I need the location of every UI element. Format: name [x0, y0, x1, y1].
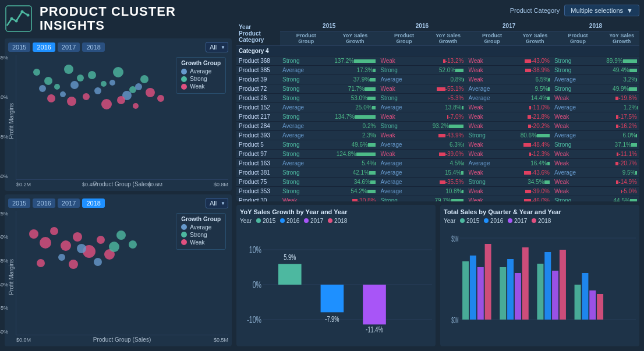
svg-rect-72: [552, 271, 558, 320]
svg-rect-68: [515, 273, 521, 320]
col-2015: 2015: [280, 21, 378, 31]
svg-rect-73: [560, 250, 566, 320]
svg-point-15: [39, 85, 46, 92]
svg-point-32: [50, 227, 58, 235]
svg-point-33: [61, 240, 71, 251]
top-scatter-chart: 2015 2016 2017 2018 All Profit Margins 5…: [5, 38, 232, 190]
year-btn-2018-top[interactable]: 2018: [82, 42, 104, 52]
year-btn-2017-bot[interactable]: 2017: [58, 198, 80, 208]
svg-point-38: [116, 231, 126, 240]
svg-rect-66: [500, 267, 506, 320]
year-btn-2017-top[interactable]: 2017: [58, 42, 80, 52]
table-row: Product 72 Strong 71.7% Weak -55.1% Aver…: [236, 84, 639, 94]
bottom-chart-inner: 50% 45% 40% 35% 30% 25% $0.0M $0.5M: [16, 211, 228, 335]
svg-point-7: [54, 84, 60, 90]
col-2018: 2018: [552, 21, 639, 31]
svg-point-43: [109, 242, 119, 252]
svg-text:-10%: -10%: [247, 315, 261, 325]
table-row: Product 353 Strong 54.2% Average 10.8% W…: [236, 187, 639, 196]
svg-text:-11.4%: -11.4%: [366, 325, 383, 335]
svg-point-12: [113, 67, 123, 77]
svg-point-21: [135, 83, 142, 90]
svg-rect-0: [6, 6, 31, 31]
filter-label: Product Category: [510, 7, 560, 14]
top-chart-dropdown-wrapper[interactable]: All: [206, 42, 228, 52]
total-sales-chart: Total Sales by Quarter & Year and Year Y…: [440, 205, 639, 346]
svg-point-18: [94, 87, 101, 94]
bottom-chart-controls: 2015 2016 2017 2018 All: [8, 198, 228, 208]
data-table-container[interactable]: YearProductCategory 2015 2016 2017 2018 …: [236, 21, 639, 201]
svg-point-25: [101, 99, 112, 109]
col-2017: 2017: [466, 21, 552, 31]
total-sales-svg: $5M $0M: [444, 226, 636, 343]
total-sales-legend: Year 2015 2016 2017 2018: [444, 218, 636, 224]
svg-point-39: [129, 240, 137, 249]
bottom-charts-area: YoY Sales Growth by Year and Year Year 2…: [236, 205, 639, 346]
category-row: Category 4: [236, 46, 639, 56]
bottom-scatter-chart: 2015 2016 2017 2018 All Profit Margins 5…: [5, 194, 232, 346]
top-chart-controls: 2015 2016 2017 2018 All: [8, 42, 228, 52]
svg-point-31: [40, 237, 51, 249]
svg-rect-54: [321, 285, 344, 312]
svg-rect-56: [363, 285, 386, 324]
svg-point-8: [64, 65, 73, 74]
year-btn-2015-bot[interactable]: 2015: [8, 198, 30, 208]
yoy-chart-title: YoY Sales Growth by Year and Year: [240, 208, 432, 215]
bottom-chart-area: Profit Margins 50% 45% 40% 35% 30% 25% $…: [8, 211, 228, 343]
top-chart-inner: 50% 45% 40% 35% $0.2M $0.4M $0.6M $0.8M: [16, 55, 228, 179]
svg-text:$0M: $0M: [451, 315, 458, 324]
svg-rect-74: [575, 285, 581, 320]
total-sales-title: Total Sales by Quarter & Year and Year: [444, 208, 636, 215]
svg-point-19: [109, 80, 115, 86]
svg-point-10: [88, 71, 96, 79]
yoy-year-legend: Year 2015 2016 2017 2018: [240, 218, 432, 224]
table-row: Product 97 Strong 124.8% Weak -39.0% Wea…: [236, 150, 639, 159]
logo-icon: [5, 5, 33, 33]
svg-point-29: [157, 95, 164, 102]
svg-rect-63: [470, 256, 476, 320]
table-row: Product 5 Strong 49.6% Average 6.3% Weak…: [236, 140, 639, 150]
year-btn-2016-top[interactable]: 2016: [33, 42, 55, 52]
title-line2: INSIGHTS: [40, 19, 176, 33]
bottom-y-label: Profit Margins: [8, 259, 15, 295]
table-row: Product 217 Strong 134.7% Weak -7.0% Wea…: [236, 112, 639, 122]
svg-rect-70: [537, 264, 543, 320]
table-row: Product 368 Strong 137.2% Weak -13.2% We…: [236, 56, 639, 66]
table-row: Product 26 Strong 53.0% Strong -5.3% Ave…: [236, 94, 639, 103]
bottom-chart-dropdown-wrapper[interactable]: All: [206, 198, 228, 208]
table-row: Product 393 Average 2.3% Weak -43.9% Str…: [236, 131, 639, 140]
top-scatter-svg: [16, 55, 228, 179]
yoy-year-label: Year: [240, 218, 252, 224]
svg-rect-69: [522, 247, 529, 320]
table-row: Product 39 Strong 37.9% Average 0.8% Wea…: [236, 75, 639, 84]
svg-rect-76: [589, 290, 596, 320]
svg-point-30: [29, 229, 38, 239]
svg-point-16: [60, 91, 66, 97]
svg-text:0%: 0%: [253, 280, 261, 290]
filter-button[interactable]: Multiple selections ▼: [564, 5, 639, 16]
svg-point-42: [94, 258, 102, 266]
svg-rect-64: [477, 267, 484, 320]
total-sales-year-label: Year: [444, 218, 455, 224]
year-btn-2015-top[interactable]: 2015: [8, 42, 30, 52]
svg-point-11: [101, 81, 107, 87]
svg-point-44: [37, 259, 45, 267]
table-row: Product 30 Weak -30.8% Strong 79.7% Weak…: [236, 196, 639, 202]
svg-point-41: [77, 244, 86, 253]
svg-point-22: [47, 94, 55, 102]
year-btn-2016-bot[interactable]: 2016: [33, 198, 55, 208]
app-title: PRODUCT CLUSTER INSIGHTS: [40, 5, 176, 33]
year-btn-2018-bot[interactable]: 2018: [82, 198, 104, 208]
svg-point-27: [133, 103, 139, 109]
filter-chevron-icon: ▼: [627, 7, 633, 14]
bottom-scatter-svg: [16, 211, 228, 335]
title-line1: PRODUCT CLUSTER: [40, 5, 176, 19]
svg-text:$5M: $5M: [451, 234, 458, 243]
top-x-ticks: $0.2M $0.4M $0.6M $0.8M: [16, 182, 228, 187]
table-row: Product 152 Average 25.0% Average 13.8% …: [236, 103, 639, 112]
top-chart-dropdown[interactable]: All: [206, 42, 228, 52]
bottom-chart-dropdown[interactable]: All: [206, 198, 228, 208]
svg-rect-77: [597, 294, 603, 320]
svg-rect-71: [544, 252, 551, 320]
svg-rect-52: [278, 264, 302, 285]
